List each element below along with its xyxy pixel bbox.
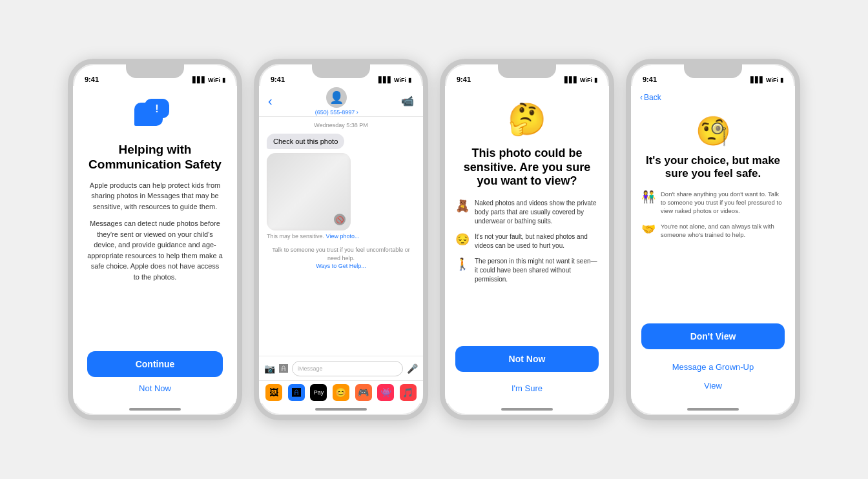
battery-icon-2: ▮ — [408, 77, 411, 83]
choice-items: 👫 Don't share anything you don't want to… — [641, 190, 785, 239]
messages-nav: ‹ 👤 (650) 555-8997 › 📹 — [259, 86, 423, 117]
phone-1-wrapper: 9:41 ▋▋▋ WiFi ▮ ! Helping with Communica… — [68, 59, 242, 420]
message-bubble: Check out this photo — [267, 134, 344, 149]
phone-2: 9:41 ▋▋▋ WiFi ▮ ‹ 👤 (650) 555-8997 › 📹 — [254, 59, 428, 420]
people-icon-2: 🤝 — [641, 222, 656, 236]
phone-4-content: 🧐 It's your choice, but make sure you fe… — [631, 109, 795, 403]
monocle-emoji: 🧐 — [696, 114, 731, 148]
phone-1-notch — [126, 64, 184, 78]
sensitive-label: This may be sensitive. View photo... — [267, 233, 415, 240]
wifi-icon-4: WiFi — [766, 77, 778, 83]
phone-3-status-icons: ▋▋▋ WiFi ▮ — [564, 77, 597, 83]
animoji-icon[interactable]: 😊 — [333, 384, 349, 401]
people-icon-1: 👫 — [641, 190, 656, 204]
not-now-button[interactable]: Not Now — [139, 383, 171, 393]
phone-3-content: 🤔 This photo could be sensitive. Are you… — [445, 86, 609, 403]
not-now-button-3[interactable]: Not Now — [455, 346, 599, 372]
message-input-bar: 📷 🅰 iMessage 🎤 — [259, 356, 423, 380]
phone-1-desc2: Messages can detect nude photos before t… — [87, 218, 223, 282]
video-call-icon[interactable]: 📹 — [401, 95, 414, 107]
wifi-icon-3: WiFi — [580, 77, 592, 83]
wifi-icon-2: WiFi — [394, 77, 406, 83]
phone-1-content: ! Helping with Communication Safety Appl… — [73, 86, 237, 403]
back-button-4[interactable]: ‹ Back — [640, 93, 661, 102]
warning-item-3: 🚶 The person in this might not want it s… — [455, 257, 599, 284]
appstore-app-icon[interactable]: 🅰 — [288, 384, 305, 401]
phone-1-home — [73, 403, 237, 415]
dont-view-button[interactable]: Don't View — [641, 323, 785, 349]
avatar-person-icon: 👤 — [329, 90, 344, 105]
underwear-icon: 🧸 — [455, 199, 470, 213]
bubble2-icon: ! — [145, 99, 169, 118]
photos-app-icon[interactable]: 🖼 — [265, 384, 282, 401]
phone-1-screen: ! Helping with Communication Safety Appl… — [73, 86, 237, 403]
contact-avatar: 👤 — [326, 87, 347, 108]
appstore-icon[interactable]: 🅰 — [279, 363, 288, 374]
imessage-input[interactable]: iMessage — [292, 361, 403, 376]
signal-icon-3: ▋▋▋ — [564, 77, 578, 83]
app-bar: 🖼 🅰 Pay 😊 🎮 👾 🎵 — [259, 380, 423, 403]
chevron-left-icon: ‹ — [640, 93, 643, 102]
camera-icon[interactable]: 📷 — [264, 363, 275, 374]
ways-to-help-link[interactable]: Ways to Get Help... — [316, 263, 366, 269]
view-button[interactable]: View — [641, 378, 785, 393]
phone-4-nav: ‹ Back — [631, 86, 795, 109]
applepay-icon[interactable]: Pay — [310, 384, 327, 401]
communication-safety-icon: ! — [134, 99, 176, 132]
phone-2-notch — [312, 64, 370, 78]
eye-slash-icon: 🚫 — [334, 214, 346, 225]
phone-1-desc1: Apple products can help protect kids fro… — [87, 180, 223, 212]
music-icon[interactable]: 🎵 — [400, 384, 417, 401]
phone-2-wrapper: 9:41 ▋▋▋ WiFi ▮ ‹ 👤 (650) 555-8997 › 📹 — [254, 59, 428, 420]
phone-4-time: 9:41 — [643, 76, 657, 83]
messages-list: Wednesday 5:38 PM Check out this photo 🚫… — [259, 117, 423, 356]
photo-message[interactable]: 🚫 — [267, 153, 351, 230]
battery-icon-4: ▮ — [780, 77, 783, 83]
phone-4-status-icons: ▋▋▋ WiFi ▮ — [750, 77, 783, 83]
battery-icon-3: ▮ — [594, 77, 597, 83]
phone-3-home — [445, 403, 609, 415]
phone-2-time: 9:41 — [271, 76, 285, 83]
home-bar-2 — [315, 408, 367, 411]
phone-3-screen: 🤔 This photo could be sensitive. Are you… — [445, 86, 609, 403]
message-date-label: Wednesday 5:38 PM — [267, 122, 415, 128]
choice-item-1: 👫 Don't share anything you don't want to… — [641, 190, 785, 216]
home-bar-1 — [129, 408, 181, 411]
person-icon: 🚶 — [455, 257, 470, 271]
phone-1: 9:41 ▋▋▋ WiFi ▮ ! Helping with Communica… — [68, 59, 242, 420]
contact-number[interactable]: (650) 555-8997 › — [315, 109, 358, 116]
phone-2-status-icons: ▋▋▋ WiFi ▮ — [378, 77, 411, 83]
thinking-emoji: 🤔 — [508, 101, 546, 138]
phone-2-screen: ‹ 👤 (650) 555-8997 › 📹 Wednesday 5:38 PM… — [259, 86, 423, 403]
game-icon[interactable]: 🎮 — [355, 384, 372, 401]
phone-3-title: This photo could be sensitive. Are you s… — [455, 147, 599, 189]
continue-button[interactable]: Continue — [87, 351, 223, 377]
mic-icon[interactable]: 🎤 — [407, 363, 418, 374]
phone-3-time: 9:41 — [457, 76, 471, 83]
phone-4-screen: ‹ Back 🧐 It's your choice, but make sure… — [631, 86, 795, 403]
home-bar-4 — [687, 408, 739, 411]
warning-item-3-text: The person in this might not want it see… — [475, 257, 599, 284]
warning-item-2-text: It's not your fault, but naked photos an… — [475, 232, 599, 250]
im-sure-button[interactable]: I'm Sure — [455, 383, 599, 393]
exclaim-icon: ! — [155, 103, 158, 115]
view-photo-link[interactable]: View photo... — [326, 233, 360, 240]
battery-icon: ▮ — [222, 77, 225, 83]
phone-4-home — [631, 403, 795, 415]
sad-face-icon: 😔 — [455, 232, 470, 247]
wifi-icon: WiFi — [208, 77, 220, 83]
phone-4-title: It's your choice, but make sure you feel… — [641, 154, 785, 181]
warning-item-1: 🧸 Naked photos and videos show the priva… — [455, 199, 599, 226]
memoji-icon[interactable]: 👾 — [377, 384, 394, 401]
home-bar-3 — [501, 408, 553, 411]
warning-item-2: 😔 It's not your fault, but naked photos … — [455, 232, 599, 250]
phone-3-buttons: Not Now I'm Sure — [455, 346, 599, 393]
messages-back-icon[interactable]: ‹ — [268, 94, 273, 108]
message-grownup-button[interactable]: Message a Grown-Up — [641, 360, 785, 374]
phone-3: 9:41 ▋▋▋ WiFi ▮ 🤔 This photo could be se… — [440, 59, 614, 420]
phone-4-buttons: Don't View Message a Grown-Up View — [641, 323, 785, 393]
phone-4-wrapper: 9:41 ▋▋▋ WiFi ▮ ‹ Back 🧐 It's your choic… — [626, 59, 800, 420]
phone-2-home — [259, 403, 423, 415]
choice-item-1-text: Don't share anything you don't want to. … — [661, 190, 785, 216]
choice-item-2-text: You're not alone, and can always talk wi… — [661, 222, 785, 240]
